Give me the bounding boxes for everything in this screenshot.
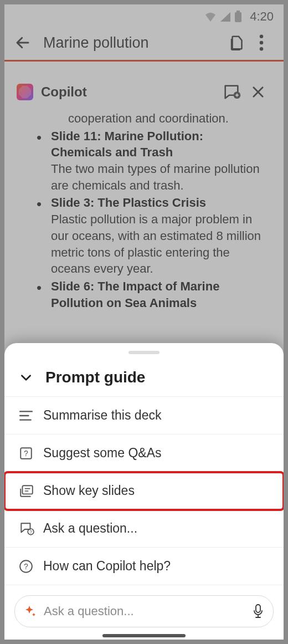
copilot-panel-header: Copilot bbox=[4, 77, 284, 107]
menu-ask-question[interactable]: ? Ask a question... bbox=[4, 510, 284, 548]
help-icon: ? bbox=[19, 559, 43, 574]
slide-title: Slide 11: Marine Pollution: Chemicals an… bbox=[51, 129, 203, 160]
slide-title: Slide 6: The Impact of Marine Pollution … bbox=[51, 279, 219, 310]
partial-prev-line: cooperation and coordination. bbox=[32, 110, 265, 128]
battery-icon bbox=[234, 11, 242, 23]
close-copilot-button[interactable] bbox=[245, 84, 271, 100]
home-indicator[interactable] bbox=[102, 634, 186, 637]
prompt-menu: Summarise this deck ? Suggest some Q&As … bbox=[4, 396, 284, 585]
copilot-response: cooperation and coordination. Slide 11: … bbox=[4, 107, 284, 311]
slide-summary-item: Slide 6: The Impact of Marine Pollution … bbox=[32, 278, 265, 311]
menu-summarise-deck[interactable]: Summarise this deck bbox=[4, 397, 284, 435]
sparkle-icon bbox=[24, 605, 37, 618]
svg-text:?: ? bbox=[24, 449, 28, 458]
menu-suggest-qas[interactable]: ? Suggest some Q&As bbox=[4, 435, 284, 472]
chat-question-icon: ? bbox=[19, 522, 43, 536]
menu-label: Ask a question... bbox=[43, 521, 137, 536]
question-card-icon: ? bbox=[19, 446, 43, 461]
menu-label: Suggest some Q&As bbox=[43, 446, 162, 461]
svg-point-4 bbox=[260, 47, 264, 51]
svg-rect-1 bbox=[236, 11, 240, 12]
summarise-icon bbox=[19, 410, 43, 422]
status-time: 4:20 bbox=[250, 9, 274, 24]
back-button[interactable] bbox=[14, 34, 33, 51]
sheet-title: Prompt guide bbox=[45, 369, 145, 386]
menu-label: How can Copilot help? bbox=[43, 559, 171, 574]
slide-body: Plastic pollution is a major problem in … bbox=[51, 212, 261, 275]
status-bar: 4:20 bbox=[4, 4, 284, 29]
slides-icon bbox=[19, 484, 43, 498]
copilot-title: Copilot bbox=[41, 84, 218, 100]
svg-rect-0 bbox=[235, 12, 241, 22]
app-header: Marine pollution bbox=[4, 29, 284, 62]
menu-label: Show key slides bbox=[43, 483, 135, 498]
more-menu-button[interactable] bbox=[249, 34, 274, 51]
menu-how-can-copilot-help[interactable]: ? How can Copilot help? bbox=[4, 548, 284, 585]
wifi-icon bbox=[204, 12, 217, 22]
ask-input[interactable] bbox=[44, 604, 245, 619]
menu-show-key-slides[interactable]: Show key slides bbox=[4, 472, 284, 510]
svg-rect-8 bbox=[22, 485, 32, 494]
sheet-header[interactable]: Prompt guide bbox=[4, 362, 284, 396]
sheet-grabber[interactable] bbox=[128, 351, 160, 354]
device-frame: 4:20 Marine pollution Copilot bbox=[0, 0, 288, 644]
svg-text:?: ? bbox=[29, 529, 32, 535]
new-chat-button[interactable] bbox=[218, 83, 245, 101]
svg-rect-13 bbox=[256, 605, 260, 612]
svg-text:?: ? bbox=[24, 562, 28, 571]
slide-body: The two main types of marine pollution a… bbox=[51, 162, 260, 192]
slide-summary-item: Slide 3: The Plastics Crisis Plastic pol… bbox=[32, 195, 265, 277]
slide-summary-item: Slide 11: Marine Pollution: Chemicals an… bbox=[32, 128, 265, 194]
copilot-logo-icon bbox=[17, 84, 33, 100]
document-title: Marine pollution bbox=[33, 34, 225, 52]
mic-icon[interactable] bbox=[252, 604, 264, 619]
svg-point-2 bbox=[260, 35, 264, 39]
chevron-down-icon bbox=[19, 370, 39, 385]
svg-point-3 bbox=[260, 41, 264, 45]
slide-title: Slide 3: The Plastics Crisis bbox=[51, 196, 206, 209]
menu-label: Summarise this deck bbox=[43, 408, 161, 423]
copilot-header-icon[interactable] bbox=[225, 33, 249, 52]
signal-icon bbox=[220, 12, 231, 22]
ask-input-bar[interactable] bbox=[14, 595, 274, 627]
prompt-guide-sheet: Prompt guide Summarise this deck ? Sugge… bbox=[4, 343, 284, 640]
